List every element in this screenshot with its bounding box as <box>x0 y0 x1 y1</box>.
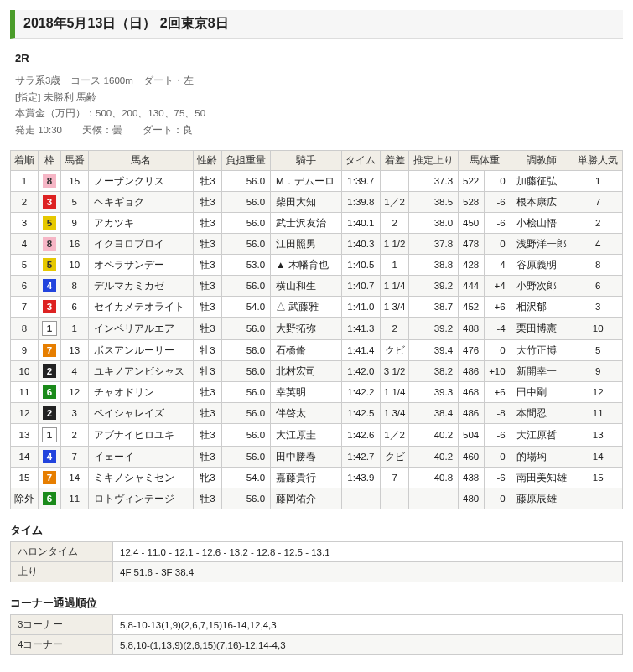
waku-badge: 2 <box>43 364 56 378</box>
waku-badge: 8 <box>43 237 56 251</box>
table-row: 5510オペラサンデー牡353.0▲ 木幡育也1:40.5138.8428-4谷… <box>11 255 623 276</box>
horse-name: ミキノシャミセン <box>88 468 194 488</box>
waku-badge: 6 <box>43 385 56 399</box>
jockey: M．デムーロ <box>271 171 342 192</box>
jockey: 伴啓太 <box>271 403 342 424</box>
table-row: 359アカツキ牡356.0武士沢友治1:40.1238.0450-6小桧山悟2 <box>11 213 623 234</box>
col-jockey: 騎手 <box>271 151 342 171</box>
col-rank: 着順 <box>11 151 39 171</box>
waku-badge: 3 <box>43 300 56 313</box>
table-row: 1223ペイシャレイズ牡356.0伴啓太1:42.51 3/438.4486-8… <box>11 403 623 424</box>
col-weight: 負担重量 <box>221 151 271 171</box>
waku-badge: 4 <box>43 450 56 463</box>
waku-badge: 1 <box>42 427 57 442</box>
horse-name: ロトヴィンテージ <box>88 488 194 509</box>
jockey: 石橋脩 <box>271 340 342 361</box>
waku-badge: 5 <box>43 216 56 230</box>
corner-table: 3コーナー5,8-10-13(1,9)(2,6,7,15)16-14,12,4,… <box>10 614 623 655</box>
table-row: 1024ユキノアンビシャス牡356.0北村宏司1:42.03 1/238.248… <box>11 361 623 382</box>
time-section-title: タイム <box>10 523 623 538</box>
col-trainer: 調教師 <box>511 151 573 171</box>
table-row: 1447イェーイ牡356.0田中勝春1:42.7クビ40.24600的場均14 <box>11 447 623 468</box>
col-uma: 馬番 <box>60 151 88 171</box>
jockey: △ 武藤雅 <box>271 297 342 318</box>
jockey: 北村宏司 <box>271 361 342 382</box>
waku-badge: 3 <box>43 195 56 209</box>
horse-name: デルマカミカゼ <box>88 276 194 297</box>
race-info-line: 本賞金（万円）：500、200、130、75、50 <box>15 106 623 122</box>
waku-badge: 7 <box>43 344 56 357</box>
jockey: 江田照男 <box>271 234 342 255</box>
table-row: 736セイカメテオライト牡354.0△ 武藤雅1:41.01 3/438.745… <box>11 297 623 318</box>
waku-badge: 4 <box>43 279 56 292</box>
waku-badge: 5 <box>43 258 56 271</box>
race-number: 2R <box>15 52 623 65</box>
col-sexage: 性齢 <box>194 151 221 171</box>
col-margin: 着差 <box>380 151 409 171</box>
col-pop: 単勝人気 <box>573 151 623 171</box>
horse-name: イクヨロブロイ <box>88 234 194 255</box>
waku-badge: 8 <box>43 174 56 188</box>
jockey: 武士沢友治 <box>271 213 342 234</box>
race-info-line: サラ系3歳 コース 1600m ダート・左 <box>15 73 623 90</box>
horse-name: ユキノアンビシャス <box>88 361 194 382</box>
horse-name: イェーイ <box>88 447 194 468</box>
horse-name: アブナイヒロユキ <box>88 424 194 447</box>
horse-name: ペイシャレイズ <box>88 403 194 424</box>
kv-row: ハロンタイム12.4 - 11.0 - 12.1 - 12.6 - 13.2 -… <box>11 542 623 562</box>
col-waku: 枠 <box>39 151 61 171</box>
jockey: 柴田大知 <box>271 192 342 213</box>
horse-name: オペラサンデー <box>88 255 194 276</box>
time-table: ハロンタイム12.4 - 11.0 - 12.1 - 12.6 - 13.2 -… <box>10 541 623 582</box>
race-info-line: [指定] 未勝利 馬齢 <box>15 90 623 106</box>
jockey: 大江原圭 <box>271 424 342 447</box>
race-info-line: 発走 10:30 天候：曇 ダート：良 <box>15 122 623 139</box>
table-row: 4816イクヨロブロイ牡356.0江田照男1:40.31 1/237.84780… <box>11 234 623 255</box>
jockey: 横山和生 <box>271 276 342 297</box>
horse-name: チャオドリン <box>88 382 194 403</box>
page-title: 2018年5月13日（日） 2回東京8日 <box>10 10 623 39</box>
kv-row: 上り4F 51.6 - 3F 38.4 <box>11 562 623 582</box>
waku-badge: 6 <box>43 492 56 505</box>
jockey: 田中勝春 <box>271 447 342 468</box>
horse-name: セイカメテオライト <box>88 297 194 318</box>
col-time: タイム <box>341 151 380 171</box>
horse-name: インペリアルエア <box>88 318 194 340</box>
table-row: 除外611ロトヴィンテージ牡356.0藤岡佑介4800藤原辰雄 <box>11 488 623 509</box>
table-row: 11612チャオドリン牡356.0幸英明1:42.21 1/439.3468+6… <box>11 382 623 403</box>
horse-name: アカツキ <box>88 213 194 234</box>
jockey: 幸英明 <box>271 382 342 403</box>
horse-name: ボスアンルーリー <box>88 340 194 361</box>
jockey: 藤岡佑介 <box>271 488 342 509</box>
col-bweight: 馬体重 <box>459 151 511 171</box>
corner-section-title: コーナー通過順位 <box>10 596 623 611</box>
table-row: 1312アブナイヒロユキ牡356.0大江原圭1:42.61／240.2504-6… <box>11 424 623 447</box>
horse-name: ヘキギョク <box>88 192 194 213</box>
col-name: 馬名 <box>88 151 194 171</box>
waku-badge: 7 <box>43 471 56 484</box>
table-row: 1815ノーザンクリス牡356.0M．デムーロ1:39.737.35220加藤征… <box>11 171 623 192</box>
kv-row: 4コーナー5,8,10-(1,13,9)(2,6,15)(7,16)-12,14… <box>11 635 623 655</box>
results-table: 着順枠馬番馬名性齢負担重量騎手タイム着差推定上り馬体重調教師単勝人気 1815ノ… <box>10 150 623 509</box>
table-row: 235ヘキギョク牡356.0柴田大知1:39.81／238.5528-6根本康広… <box>11 192 623 213</box>
waku-badge: 2 <box>43 406 56 420</box>
jockey: ▲ 木幡育也 <box>271 255 342 276</box>
waku-badge: 1 <box>42 321 57 336</box>
table-row: 648デルマカミカゼ牡356.0横山和生1:40.71 1/439.2444+4… <box>11 276 623 297</box>
col-agari: 推定上り <box>409 151 459 171</box>
table-row: 15714ミキノシャミセン牝354.0嘉藤貴行1:43.9740.8438-6南… <box>11 468 623 488</box>
table-row: 9713ボスアンルーリー牡356.0石橋脩1:41.4クビ39.44760大竹正… <box>11 340 623 361</box>
table-row: 811インペリアルエア牡356.0大野拓弥1:41.3239.2488-4栗田博… <box>11 318 623 340</box>
jockey: 大野拓弥 <box>271 318 342 340</box>
kv-row: 3コーナー5,8-10-13(1,9)(2,6,7,15)16-14,12,4,… <box>11 615 623 635</box>
race-info: サラ系3歳 コース 1600m ダート・左 [指定] 未勝利 馬齢 本賞金（万円… <box>15 73 623 138</box>
horse-name: ノーザンクリス <box>88 171 194 192</box>
jockey: 嘉藤貴行 <box>271 468 342 488</box>
